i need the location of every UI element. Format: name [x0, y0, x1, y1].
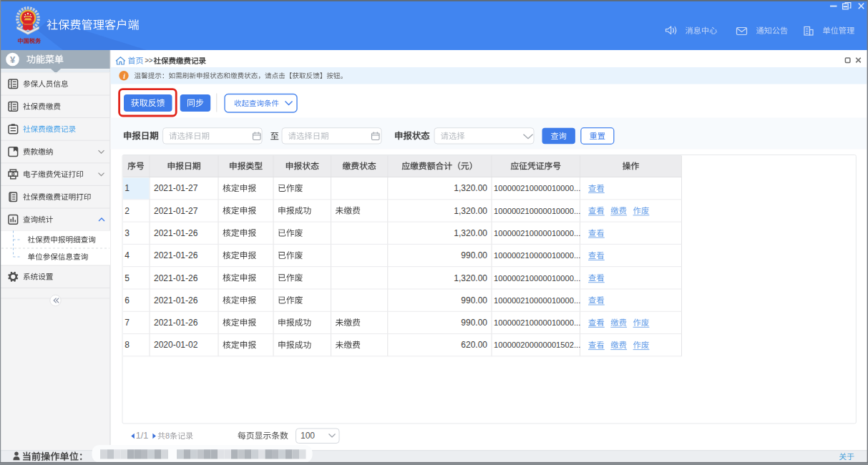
svg-text:8: 8 — [125, 340, 130, 350]
svg-text:100000210000010000...: 100000210000010000... — [494, 318, 580, 327]
svg-text:100: 100 — [301, 431, 315, 441]
svg-text:i: i — [123, 72, 125, 80]
svg-text:990.00: 990.00 — [461, 250, 487, 260]
svg-text:1/1: 1/1 — [136, 431, 149, 441]
svg-text:¥: ¥ — [10, 54, 16, 65]
svg-text:100000200000001502...: 100000200000001502... — [494, 341, 580, 349]
svg-text:8: 8 — [165, 431, 170, 440]
svg-text:100000210000010000...: 100000210000010000... — [494, 274, 580, 283]
svg-text:3: 3 — [125, 228, 130, 238]
svg-text:1,320.00: 1,320.00 — [454, 273, 487, 283]
svg-text:>>: >> — [145, 57, 152, 64]
svg-text:2021-01-27: 2021-01-27 — [154, 206, 198, 216]
svg-text:2: 2 — [125, 206, 130, 216]
svg-text:7: 7 — [125, 318, 130, 328]
svg-text:990.00: 990.00 — [461, 318, 487, 328]
svg-text:6: 6 — [125, 295, 130, 305]
svg-text:2021-01-26: 2021-01-26 — [154, 318, 198, 328]
svg-text:1,320.00: 1,320.00 — [454, 206, 487, 216]
svg-text:2021-01-26: 2021-01-26 — [154, 250, 198, 260]
svg-text:2021-01-26: 2021-01-26 — [154, 295, 198, 305]
svg-text:990.00: 990.00 — [461, 295, 487, 305]
svg-text:100000210000010000...: 100000210000010000... — [494, 184, 580, 192]
svg-text:4: 4 — [125, 250, 130, 260]
svg-text:2021-01-27: 2021-01-27 — [154, 183, 198, 193]
svg-text:1: 1 — [125, 183, 130, 193]
svg-text:2021-01-26: 2021-01-26 — [154, 228, 198, 238]
svg-text:2021-01-26: 2021-01-26 — [154, 273, 198, 283]
svg-text:100000210000010000...: 100000210000010000... — [494, 229, 580, 238]
svg-text:1,320.00: 1,320.00 — [454, 228, 487, 238]
svg-text:620.00: 620.00 — [461, 340, 487, 350]
svg-text:2020-01-02: 2020-01-02 — [154, 340, 198, 350]
svg-text:100000210000010000...: 100000210000010000... — [494, 207, 580, 215]
svg-text:1,320.00: 1,320.00 — [454, 183, 487, 193]
svg-text:100000210000010000...: 100000210000010000... — [494, 251, 580, 260]
svg-text:5: 5 — [125, 273, 130, 283]
svg-text:100000210000010000...: 100000210000010000... — [494, 296, 580, 305]
